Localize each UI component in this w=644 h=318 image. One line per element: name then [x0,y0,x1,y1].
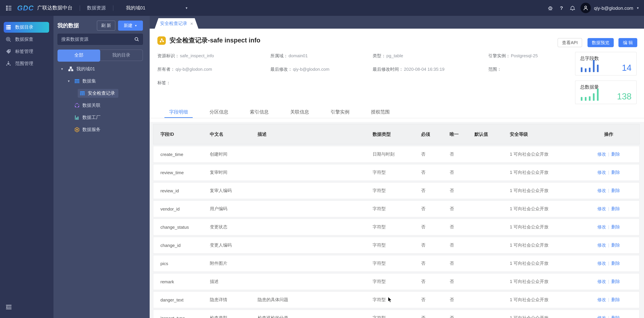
tab-relation-info[interactable]: 关联信息 [286,107,314,118]
sidebar-item-4[interactable]: 范围管理 [0,58,54,70]
cell-type: 字符型 [372,242,421,248]
divider: | [608,224,609,229]
factory-icon [74,115,80,120]
divider [113,5,113,11]
avatar[interactable] [580,3,591,13]
tab-auth-scope[interactable]: 授权范围 [366,107,394,118]
modify-link[interactable]: 修改 [598,261,606,266]
cell-security-level: 1 可向社会公众开放 [510,260,584,266]
cell-name: 复审时间 [210,170,258,176]
delete-link[interactable]: 删除 [611,315,620,318]
detail-tabs: 字段明细分区信息索引信息关联信息引擎实例授权范围 [164,107,406,118]
column-header: 默认值 [474,131,510,137]
close-icon[interactable]: × [190,21,193,26]
table-row-pics: pics附件图片字符型否否1 可向社会公众开放修改|删除 [153,255,640,272]
cell-actions: 修改|删除 [584,260,634,266]
modify-link[interactable]: 修改 [598,243,606,248]
tree-node-6[interactable]: 数据服务 [54,124,150,136]
modify-link[interactable]: 修改 [598,315,606,318]
delete-link[interactable]: 删除 [611,206,620,211]
delete-link[interactable]: 删除 [611,151,620,157]
tab-engine-instance[interactable]: 引擎实例 [326,107,354,118]
cell-actions: 修改|删除 [584,170,634,176]
tab-index-info[interactable]: 索引信息 [245,107,274,118]
modify-link[interactable]: 修改 [598,170,606,175]
cell-name: 描述 [210,279,258,285]
divider: | [608,279,609,284]
meta-item-1: 资源标识：safe_inspect_info [158,53,270,59]
edit-button[interactable]: 编 辑 [618,38,637,47]
delete-link[interactable]: 删除 [611,279,620,284]
tab-partition-info[interactable]: 分区信息 [205,107,233,118]
bug-icon[interactable] [548,5,553,11]
delete-link[interactable]: 删除 [611,243,620,248]
view-api-button[interactable]: 查看API [558,38,582,47]
help-icon[interactable]: ? [558,5,564,11]
collapse-sidebar-icon[interactable] [6,304,12,310]
tree-node-5[interactable]: 数据工厂 [54,111,150,124]
cell-security-level: 1 可向社会公众开放 [510,315,584,318]
cell-unique: 否 [450,206,474,212]
apps-menu-icon[interactable] [6,5,12,11]
cell-field-id: review_id [160,188,210,193]
worktab-safe-inspect[interactable]: 安全检查记录 × [155,18,198,29]
tree-node-2[interactable]: ▼数据集 [54,75,150,87]
domain-icon [68,66,74,72]
segment-my-catalog[interactable]: 我的目录 [100,50,142,61]
user-email[interactable]: qiy-b@glodon.com [594,5,633,11]
column-header: 字段ID [160,131,210,137]
nav-data-resources[interactable]: 数据资源 [87,5,106,11]
domain-selector[interactable]: 我的域01 ▼ [126,5,188,11]
segment-all[interactable]: 全部 [58,50,100,62]
modify-link[interactable]: 修改 [598,188,606,193]
modify-link[interactable]: 修改 [598,279,606,284]
modify-link[interactable]: 修改 [598,297,606,302]
bell-icon[interactable] [570,5,576,11]
tree-expand-icon[interactable]: ▼ [60,67,64,71]
create-new-button[interactable]: 新建▼ [118,21,143,31]
divider: | [608,206,609,211]
tree-node-label: 数据关联 [82,102,100,108]
modify-link[interactable]: 修改 [598,224,606,229]
tab-field-detail[interactable]: 字段明细 [164,107,193,118]
delete-link[interactable]: 删除 [611,188,620,193]
delete-link[interactable]: 删除 [611,297,620,302]
modify-link[interactable]: 修改 [598,151,606,157]
meta-item-9: 标签： [158,80,270,86]
sidebar-item-3[interactable]: 标签管理 [0,46,54,58]
cell-security-level: 1 可向社会公众开放 [510,206,584,212]
sidebar-item-label: 标签管理 [15,49,33,55]
cell-required: 否 [421,170,450,176]
sidebar-item-1[interactable]: 数据目录 [4,22,49,33]
column-header: 安全等级 [510,131,584,137]
tree-node-4[interactable]: 数据关联 [54,99,150,111]
catalog-icon [6,25,11,30]
cell-desc: 检查巡检的分类 [258,315,372,318]
modify-link[interactable]: 修改 [598,206,606,211]
delete-link[interactable]: 删除 [611,224,620,229]
table-row-inspect_type: inspect_type检查类型检查巡检的分类字符型否否1 可向社会公众开放修改… [153,309,640,318]
chevron-down-icon: ▼ [134,24,137,27]
tree-node-3[interactable]: 安全检查记录 [54,87,150,99]
tree-node-label: 数据服务 [82,127,100,133]
delete-link[interactable]: 删除 [611,170,620,175]
search-icon[interactable] [134,37,139,42]
divider [80,5,80,11]
tree-expand-icon[interactable]: ▼ [67,80,70,83]
delete-link[interactable]: 删除 [611,261,620,266]
refresh-button[interactable]: 刷 新 [97,21,115,31]
cell-type: 字符型 [372,170,421,176]
chevron-down-icon[interactable]: ▼ [636,6,639,10]
data-preview-button[interactable]: 数据预览 [588,38,614,47]
search-box [58,34,143,45]
relation-icon [74,103,80,108]
tree-node-1[interactable]: ▼我的域01 [54,63,150,75]
cell-actions: 修改|删除 [584,151,634,157]
sidebar-item-2[interactable]: 数据探查 [0,33,54,46]
search-input[interactable] [58,37,134,42]
divider: | [608,261,609,266]
cell-security-level: 1 可向社会公众开放 [510,188,584,194]
cell-unique: 否 [450,224,474,230]
panel-title: 我的数据 [58,22,79,29]
divider: | [608,315,609,318]
